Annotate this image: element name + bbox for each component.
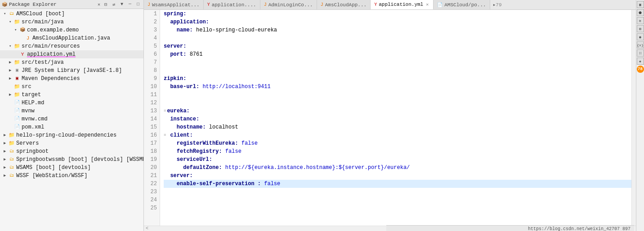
project-icon: 🗂 <box>8 10 15 18</box>
code-token: false <box>242 139 258 147</box>
line-num-3: 3 <box>147 26 157 34</box>
right-btn-4[interactable]: ⊠ <box>637 25 644 32</box>
line-num-15: 15 <box>147 123 157 131</box>
tree-item-src[interactable]: ▸ 📁 src <box>0 83 143 91</box>
code-token <box>164 50 170 58</box>
code-line-1: spring: <box>164 10 631 18</box>
tree-item-mvnw[interactable]: ▸ 📄 mvnw <box>0 107 143 115</box>
code-token: hello-spring-cloud-eureka <box>196 26 277 34</box>
right-btn-1[interactable]: ▣ <box>637 1 644 8</box>
tab-overflow[interactable]: ▸79 <box>490 0 505 9</box>
line-num-25: 25 <box>147 204 157 212</box>
tree-item-wssf[interactable]: ▶ 🗂 WSSF [WebStation/WSSF] <box>0 172 143 180</box>
tab-application1[interactable]: Y application.... <box>204 0 260 9</box>
folder-icon: 📁 <box>13 91 21 98</box>
yaml-tab-icon: Y <box>207 2 210 7</box>
maven-icon: ▣ <box>13 75 21 82</box>
horizontal-scroll[interactable]: < <box>146 226 386 231</box>
tree-item-src-main-resources[interactable]: ▾ 📁 src/main/resources <box>0 42 143 50</box>
tree-label: AMSCloud [boot] <box>16 10 65 18</box>
code-line-23 <box>164 188 631 196</box>
tab-bar: J WsamsApplicat... Y application.... J A… <box>144 0 636 10</box>
maximize-icon[interactable]: □ <box>134 1 142 8</box>
code-token <box>164 26 177 34</box>
panel-title: Package Explorer <box>9 2 96 7</box>
panel-header: 📦 Package Explorer ✕ ⊟ ⇄ ▼ ─ □ <box>0 0 143 9</box>
tree-item-src-main-java[interactable]: ▾ 📁 src/main/java <box>0 18 143 26</box>
code-token: false <box>264 180 280 188</box>
code-token <box>164 172 170 180</box>
code-line-25 <box>164 204 631 212</box>
code-token: http://localhost:9411 <box>202 83 270 91</box>
java-tab-icon: J <box>264 2 267 7</box>
editor-content: 1 2 3 4 5 6 7 8 9 10 11 12 13 14 15 16 1… <box>144 10 636 226</box>
collapse-all-icon[interactable]: ⊟ <box>102 1 109 8</box>
code-token: server: <box>170 172 192 180</box>
right-btn-8[interactable]: ◈ <box>637 58 644 65</box>
code-line-2: application: <box>164 18 631 26</box>
tab-adminlogin[interactable]: J AdminLoginCo... <box>260 0 317 9</box>
tree-item-src-test-java[interactable]: ▶ 📁 src/test/java <box>0 58 143 67</box>
code-line-20: defaultZone: http://${eureka.instance.ho… <box>164 164 631 172</box>
tree-label: mvnw <box>22 107 35 115</box>
right-btn-5[interactable]: ◉ <box>637 33 644 40</box>
right-btn-orange[interactable]: 78 <box>637 66 644 73</box>
tab-label: application.... <box>212 2 256 8</box>
tab-application-yml[interactable]: Y application.yml ✕ <box>371 0 434 10</box>
code-area[interactable]: spring: application: name: hello-spring-… <box>160 10 631 226</box>
fold-marker-16[interactable]: ≡ <box>164 131 166 139</box>
code-token <box>164 123 177 131</box>
tree-item-help-md[interactable]: ▸ 📄 HELP.md <box>0 99 143 107</box>
tab-amscloud-app[interactable]: J AmsCloudApp... <box>317 0 371 9</box>
editor-bottom-bar: < https://blog.csdn.net/weixin_42707 897 <box>144 226 636 231</box>
right-btn-3[interactable]: ≋ <box>637 17 644 24</box>
right-btn-6[interactable]: {x} <box>637 41 644 49</box>
tree-arrow: ▾ <box>14 26 19 34</box>
link-with-editor-icon[interactable]: ⇄ <box>110 1 117 8</box>
tree-item-pom-xml[interactable]: ▸ 📄 pom.xml <box>0 123 143 131</box>
tree-item-amscloud-app[interactable]: ▸ J AmsCloudApplication.java <box>0 34 143 42</box>
line-num-24: 24 <box>147 196 157 204</box>
line-num-11: 11 <box>147 91 157 99</box>
code-token: 8761 <box>190 50 203 58</box>
right-btn-7[interactable]: ⁞⁞ <box>637 49 644 57</box>
tab-amscloud-po[interactable]: 📄 AMSCloud/po... <box>434 0 490 9</box>
tree-item-package[interactable]: ▾ 📦 com.example.demo <box>0 26 143 34</box>
tree-label: WSAMS [boot] [devtools] <box>16 164 91 172</box>
tab-wsams-app[interactable]: J WsamsApplicat... <box>144 0 204 9</box>
tree-item-mvnw-cmd[interactable]: ▸ 📄 mvnw.cmd <box>0 115 143 123</box>
code-token: port: <box>170 50 189 58</box>
code-line-15: hostname: localhost <box>164 123 631 131</box>
tree-item-target[interactable]: ▶ 📁 target <box>0 91 143 99</box>
tree-arrow: ▾ <box>9 42 13 50</box>
tree-item-wsams[interactable]: ▶ 🗂 WSAMS [boot] [devtools] <box>0 164 143 172</box>
tree-item-jre[interactable]: ▶ ▣ JRE System Library [JavaSE-1.8] <box>0 67 143 75</box>
package-explorer: 📦 Package Explorer ✕ ⊟ ⇄ ▼ ─ □ ▾ 🗂 AMSCl… <box>0 0 144 231</box>
code-token: base-url: <box>170 83 202 91</box>
close-tab-icon[interactable]: ✕ <box>98 2 100 7</box>
line-num-22: 22 <box>147 180 157 188</box>
tree-item-servers[interactable]: ▶ 📁 Servers <box>0 139 143 147</box>
editor-scrollbar-y[interactable] <box>631 10 636 226</box>
code-token: eureka: <box>167 107 189 115</box>
minimize-icon[interactable]: ─ <box>126 1 134 8</box>
src-resources-icon: 📁 <box>13 43 21 50</box>
tree-item-springbootwssmb[interactable]: ▶ 🗂 Springbootwssmb [boot] [devtools] [W… <box>0 155 143 164</box>
tree-item-maven[interactable]: ▶ ▣ Maven Dependencies <box>0 75 143 83</box>
tree-arrow: ▶ <box>4 164 8 172</box>
tab-close-icon[interactable]: ✕ <box>425 2 429 7</box>
right-btn-2[interactable]: ⬟ <box>637 9 644 16</box>
panel-menu-icon[interactable]: ▼ <box>118 1 125 8</box>
tree-item-springboot[interactable]: ▶ 🗂 springboot <box>0 147 143 155</box>
tree-item-hello-spring[interactable]: ▶ 📁 hello-spring-cloud-dependencies <box>0 131 143 139</box>
fold-marker-13[interactable]: ≡ <box>164 107 166 115</box>
code-token: hostname: <box>177 123 209 131</box>
tree-item-application-yml[interactable]: ▸ Y application.yml <box>0 50 143 58</box>
overflow-count: 79 <box>496 2 501 8</box>
panel-toolbar: ⊟ ⇄ ▼ ─ □ <box>102 1 142 8</box>
code-line-24 <box>164 196 631 204</box>
tree-item-amscloud[interactable]: ▾ 🗂 AMSCloud [boot] <box>0 10 143 18</box>
code-line-5: server: <box>164 42 631 50</box>
line-num-9: 9 <box>147 75 157 83</box>
tab-label: AMSCloud/po... <box>444 2 486 8</box>
